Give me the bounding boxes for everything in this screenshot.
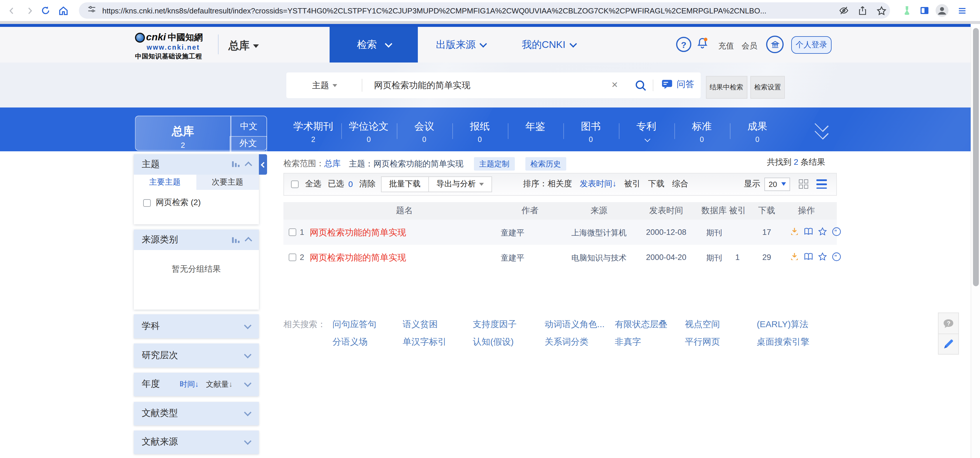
nav-item-standard[interactable]: 标准0 bbox=[674, 108, 730, 151]
nav-item-patent[interactable]: 专利 bbox=[619, 108, 674, 151]
cite-icon[interactable]: ” bbox=[832, 226, 842, 236]
edit-pencil-icon[interactable] bbox=[939, 334, 958, 354]
member-link[interactable]: 会员 bbox=[741, 41, 757, 51]
sort-cited[interactable]: 被引 bbox=[624, 179, 641, 189]
sort-comprehensive[interactable]: 综合 bbox=[672, 179, 688, 189]
select-all-label[interactable]: 全选 bbox=[305, 179, 321, 189]
eye-off-icon[interactable] bbox=[838, 5, 849, 16]
bookmark-star-icon[interactable] bbox=[876, 5, 886, 16]
back-icon[interactable] bbox=[5, 3, 19, 17]
forward-icon[interactable] bbox=[22, 3, 36, 17]
chip-search-history[interactable]: 检索历史 bbox=[525, 157, 566, 170]
sidebar-panel-doc-type[interactable]: 文献类型 bbox=[134, 402, 259, 425]
row-downloads[interactable]: 17 bbox=[754, 227, 780, 236]
address-bar[interactable]: https://kns.cnki.net/kns8s/defaultresult… bbox=[79, 2, 890, 19]
row-checkbox[interactable] bbox=[289, 228, 296, 236]
help-icon[interactable]: ? bbox=[676, 37, 691, 52]
sidebar-panel-subject[interactable]: 学科 bbox=[134, 314, 259, 338]
select-all-checkbox[interactable] bbox=[291, 181, 299, 188]
sidebar-collapse-handle[interactable] bbox=[259, 154, 267, 174]
related-link[interactable]: 语义贫困 bbox=[402, 319, 438, 330]
site-settings-icon[interactable] bbox=[87, 5, 96, 16]
bar-chart-icon[interactable] bbox=[232, 237, 240, 243]
sort-download[interactable]: 下载 bbox=[648, 179, 665, 189]
row-downloads[interactable]: 29 bbox=[754, 253, 780, 261]
related-link[interactable]: 非真字 bbox=[615, 337, 641, 348]
nav-item-thesis[interactable]: 学位论文0 bbox=[341, 108, 396, 151]
database-select[interactable]: 总库 bbox=[229, 38, 259, 52]
menu-icon[interactable] bbox=[955, 3, 969, 17]
sort-publish-date[interactable]: 发表时间↓ bbox=[580, 179, 617, 189]
more-databases-icon[interactable] bbox=[812, 119, 832, 139]
related-link[interactable]: 视点空间 bbox=[685, 319, 720, 330]
share-icon[interactable] bbox=[857, 5, 868, 16]
source-category-header[interactable]: 来源类别 bbox=[134, 230, 259, 250]
nav-item-newspaper[interactable]: 报纸0 bbox=[452, 108, 508, 151]
clear-selection-button[interactable]: 清除 bbox=[360, 179, 376, 189]
list-view-icon[interactable] bbox=[816, 180, 827, 189]
favorite-star-icon[interactable] bbox=[818, 226, 827, 236]
row-author[interactable]: 童建平 bbox=[489, 227, 536, 238]
read-online-icon[interactable] bbox=[803, 226, 813, 236]
sort-relevance[interactable]: 相关度 bbox=[547, 179, 572, 188]
feedback-bubble-icon[interactable]: ? bbox=[939, 313, 958, 334]
year-sort-time[interactable]: 时间↓ bbox=[180, 379, 199, 390]
tab-my-cnki[interactable]: 我的CNKI bbox=[522, 27, 575, 62]
download-icon[interactable] bbox=[789, 226, 799, 236]
export-analyze-button[interactable]: 导出与分析 bbox=[429, 177, 492, 192]
bar-chart-icon[interactable] bbox=[232, 161, 240, 167]
related-link[interactable]: 关系词分类 bbox=[545, 337, 589, 348]
result-title-link[interactable]: 网页检索功能的简单实现 bbox=[310, 252, 406, 263]
search-field-select[interactable]: 主题 bbox=[312, 80, 337, 91]
tab-search[interactable]: 检索 bbox=[329, 27, 418, 62]
nav-item-journal[interactable]: 学术期刊2 bbox=[285, 108, 341, 151]
tab-publish-source[interactable]: 出版来源 bbox=[436, 27, 485, 62]
page-size-select[interactable]: 20 bbox=[764, 178, 790, 191]
col-download[interactable]: 下载 bbox=[754, 202, 780, 219]
col-date[interactable]: 发表时间 bbox=[643, 202, 690, 219]
extension-flask-icon[interactable] bbox=[900, 3, 914, 17]
nav-item-book[interactable]: 图书0 bbox=[563, 108, 619, 151]
topic-filter-item[interactable]: 网页检索 (2) bbox=[143, 197, 259, 208]
chip-topic-custom[interactable]: 主题定制 bbox=[474, 157, 515, 170]
sidebar-panel-doc-source[interactable]: 文献来源 bbox=[134, 430, 259, 454]
related-link[interactable]: 认知(假设) bbox=[473, 337, 514, 348]
download-icon[interactable] bbox=[789, 251, 799, 261]
scrollbar-thumb[interactable] bbox=[973, 28, 979, 286]
lang-tab-chinese[interactable]: 中文 bbox=[230, 116, 267, 136]
cite-icon[interactable]: ” bbox=[832, 251, 842, 261]
related-link[interactable]: (EARLY)算法 bbox=[757, 319, 808, 330]
notification-bell-icon[interactable] bbox=[695, 36, 710, 50]
lang-tab-foreign[interactable]: 外文 bbox=[230, 136, 267, 151]
collapse-up-icon[interactable] bbox=[245, 237, 252, 244]
login-button[interactable]: 个人登录 bbox=[791, 36, 832, 54]
institution-icon[interactable] bbox=[766, 36, 784, 53]
scope-value[interactable]: 总库 bbox=[325, 159, 341, 168]
tab-sub-topic[interactable]: 次要主题 bbox=[196, 174, 259, 190]
side-panel-icon[interactable] bbox=[918, 3, 932, 17]
nav-item-conference[interactable]: 会议0 bbox=[396, 108, 452, 151]
recharge-link[interactable]: 充值 bbox=[718, 41, 734, 51]
cnki-logo[interactable]: cnki 中國知網 www.cnki.net 中国知识基础设施工程 bbox=[135, 31, 203, 61]
col-cited[interactable]: 被引 bbox=[725, 202, 750, 219]
qa-button[interactable]: 问答 bbox=[661, 79, 694, 90]
collapse-up-icon[interactable] bbox=[245, 161, 252, 169]
favorite-star-icon[interactable] bbox=[818, 251, 827, 261]
related-link[interactable]: 桌面搜索引擎 bbox=[757, 337, 809, 348]
row-source[interactable]: 上海微型计算机 bbox=[570, 227, 628, 238]
page-scrollbar[interactable] bbox=[970, 27, 980, 458]
nav-item-yearbook[interactable]: 年鉴 bbox=[508, 108, 563, 151]
grid-view-icon[interactable] bbox=[799, 179, 809, 189]
topic-checkbox[interactable] bbox=[143, 199, 151, 207]
home-icon[interactable] bbox=[56, 3, 70, 17]
related-link[interactable]: 平行网页 bbox=[685, 337, 720, 348]
related-link[interactable]: 支持度因子 bbox=[473, 319, 517, 330]
related-link[interactable]: 问句应答句 bbox=[332, 319, 376, 330]
nav-item-achievement[interactable]: 成果0 bbox=[730, 108, 785, 151]
row-checkbox[interactable] bbox=[289, 253, 296, 261]
related-link[interactable]: 单汉字标引 bbox=[402, 337, 447, 348]
search-input[interactable]: 网页检索功能的简单实现 bbox=[374, 80, 471, 91]
profile-avatar[interactable] bbox=[935, 3, 949, 17]
search-in-results-button[interactable]: 结果中检索 bbox=[706, 76, 747, 99]
reload-icon[interactable] bbox=[38, 3, 52, 17]
